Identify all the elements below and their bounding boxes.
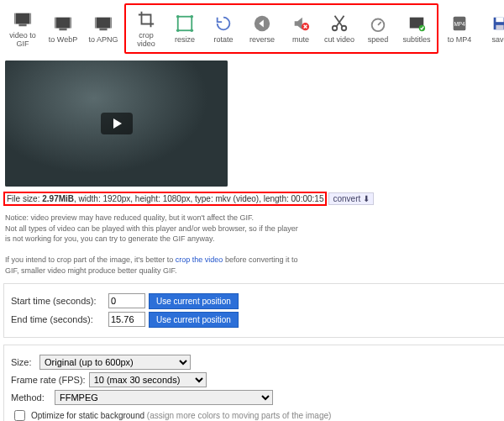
svg-rect-6 xyxy=(70,18,71,29)
svg-point-16 xyxy=(190,29,193,32)
crop-icon xyxy=(136,9,156,29)
use-position-start[interactable]: Use current position xyxy=(149,293,239,309)
start-time-input[interactable] xyxy=(108,293,145,308)
file-info-prefix: File size: xyxy=(7,194,42,203)
rotate-icon xyxy=(213,13,234,34)
resize-icon xyxy=(175,13,195,34)
svg-rect-5 xyxy=(55,18,56,29)
tool-label: resize xyxy=(175,35,195,44)
file-size: 2.97MiB xyxy=(42,194,74,203)
tool-mute[interactable]: mute xyxy=(281,6,320,51)
svg-rect-27 xyxy=(496,25,503,30)
film-icon xyxy=(53,13,73,34)
video-preview[interactable] xyxy=(5,61,228,187)
svg-rect-7 xyxy=(59,29,66,31)
fps-select[interactable]: 10 (max 30 seconds) xyxy=(89,372,207,387)
tool-label: crop video xyxy=(130,31,162,48)
tool-label: cut video xyxy=(324,35,354,44)
fps-label: Frame rate (FPS): xyxy=(11,375,86,385)
film-icon xyxy=(93,13,113,34)
tool-save[interactable]: save xyxy=(480,3,504,54)
file-info: File size: 2.97MiB, width: 1920px, heigh… xyxy=(3,192,327,206)
tool-to-mp4[interactable]: MP4to MP4 xyxy=(440,3,479,54)
optimize-checkbox[interactable] xyxy=(14,410,25,421)
svg-rect-10 xyxy=(110,18,112,29)
time-panel: Start time (seconds): Use current positi… xyxy=(3,283,504,338)
convert-link[interactable]: convert ⬇ xyxy=(328,192,374,205)
tool-rotate[interactable]: rotate xyxy=(204,6,243,51)
reverse-icon xyxy=(252,13,272,34)
options-panel: Size: Original (up to 600px) Frame rate … xyxy=(3,345,504,421)
svg-point-15 xyxy=(176,29,180,32)
tool-cut-video[interactable]: cut video xyxy=(320,6,359,51)
svg-rect-1 xyxy=(14,13,16,24)
svg-rect-9 xyxy=(95,18,97,29)
tool-subtitles[interactable]: subtitles xyxy=(397,6,436,51)
svg-rect-3 xyxy=(18,24,26,27)
svg-rect-0 xyxy=(16,13,30,24)
highlighted-tools: crop video resize rotate reverse mute cu… xyxy=(124,3,438,54)
tool-label: subtitles xyxy=(402,35,430,44)
svg-rect-8 xyxy=(97,18,111,29)
tool-label: speed xyxy=(368,35,389,44)
tool-label: to APNG xyxy=(88,35,118,44)
notice-text: Notice: video preview may have reduced q… xyxy=(5,213,504,276)
svg-point-13 xyxy=(176,15,180,18)
speed-icon xyxy=(368,13,388,34)
tool-label: rotate xyxy=(213,35,233,44)
size-select[interactable]: Original (up to 600px) xyxy=(39,355,191,370)
tool-reverse[interactable]: reverse xyxy=(243,6,281,51)
crop-video-link[interactable]: crop the video xyxy=(176,255,223,264)
mute-icon xyxy=(291,13,311,34)
svg-text:MP4: MP4 xyxy=(454,21,465,27)
svg-rect-26 xyxy=(496,18,503,23)
end-time-label: End time (seconds): xyxy=(11,314,105,324)
tool-crop-video[interactable]: crop video xyxy=(127,6,165,51)
optimize-label: Optimize for static background (assign m… xyxy=(31,411,331,420)
tool-label: video to GIF xyxy=(7,31,39,48)
save-icon xyxy=(490,13,504,34)
method-select[interactable]: FFMPEG xyxy=(55,390,273,405)
end-time-input[interactable] xyxy=(108,312,145,327)
scissors-icon xyxy=(329,13,349,34)
tool-video-to-gif[interactable]: video to GIF xyxy=(3,3,42,54)
tool-resize[interactable]: resize xyxy=(165,6,204,51)
tool-to-webp[interactable]: to WebP xyxy=(44,3,82,54)
film-icon xyxy=(13,9,33,29)
svg-rect-2 xyxy=(29,13,31,24)
svg-point-14 xyxy=(190,15,193,18)
tool-label: to WebP xyxy=(49,35,77,44)
tool-label: to MP4 xyxy=(448,35,472,44)
tool-label: save xyxy=(491,35,504,44)
use-position-end[interactable]: Use current position xyxy=(149,312,239,328)
svg-rect-4 xyxy=(56,18,71,29)
toolbar: video to GIF to WebP to APNG crop video … xyxy=(3,3,504,54)
svg-rect-11 xyxy=(99,29,107,31)
svg-rect-12 xyxy=(178,17,192,31)
play-button-icon[interactable] xyxy=(101,113,133,134)
subtitles-icon xyxy=(407,13,427,34)
method-label: Method: xyxy=(11,392,51,403)
tool-label: reverse xyxy=(249,35,275,44)
mp4-icon: MP4 xyxy=(449,13,470,34)
start-time-label: Start time (seconds): xyxy=(11,296,105,306)
size-label: Size: xyxy=(11,357,36,367)
tool-speed[interactable]: speed xyxy=(359,6,397,51)
file-info-rest: , width: 1920px, height: 1080px, type: m… xyxy=(74,194,323,203)
tool-to-apng[interactable]: to APNG xyxy=(84,3,123,54)
tool-label: mute xyxy=(292,35,309,44)
